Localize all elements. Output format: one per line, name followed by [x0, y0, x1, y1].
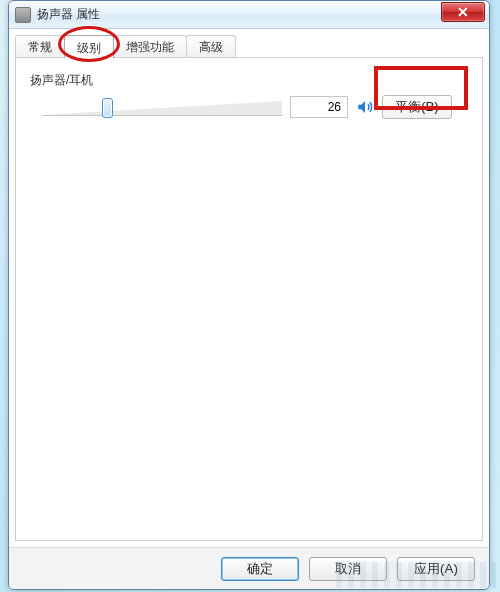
slider-track-shape [42, 101, 282, 115]
volume-value-field[interactable] [290, 96, 348, 118]
speaker-icon [356, 98, 374, 116]
balance-button[interactable]: 平衡(B) [382, 95, 452, 119]
section-label-speaker: 扬声器/耳机 [30, 72, 468, 89]
slider-thumb[interactable] [102, 98, 113, 118]
tab-strip: 常规 级别 增强功能 高级 [9, 29, 489, 57]
volume-row: 平衡(B) [30, 95, 468, 119]
tab-panel-wrap: 扬声器/耳机 平衡(B) [9, 57, 489, 547]
cancel-button[interactable]: 取消 [309, 557, 387, 581]
tab-advanced[interactable]: 高级 [186, 35, 236, 57]
tab-enhancements[interactable]: 增强功能 [113, 35, 187, 57]
dialog-button-row: 确定 取消 应用(A) [9, 547, 489, 589]
titlebar: 扬声器 属性 ✕ [9, 1, 489, 29]
tab-general[interactable]: 常规 [15, 35, 65, 57]
close-icon: ✕ [457, 5, 469, 19]
window-title: 扬声器 属性 [37, 6, 441, 23]
volume-slider[interactable] [42, 95, 282, 119]
app-icon [15, 7, 31, 23]
tab-level[interactable]: 级别 [64, 35, 114, 58]
ok-button[interactable]: 确定 [221, 557, 299, 581]
close-button[interactable]: ✕ [441, 2, 485, 22]
apply-button[interactable]: 应用(A) [397, 557, 475, 581]
mute-toggle[interactable] [356, 98, 374, 116]
tab-panel-level: 扬声器/耳机 平衡(B) [15, 57, 483, 541]
dialog-window: 扬声器 属性 ✕ 常规 级别 增强功能 高级 扬声器/耳机 [8, 0, 490, 590]
